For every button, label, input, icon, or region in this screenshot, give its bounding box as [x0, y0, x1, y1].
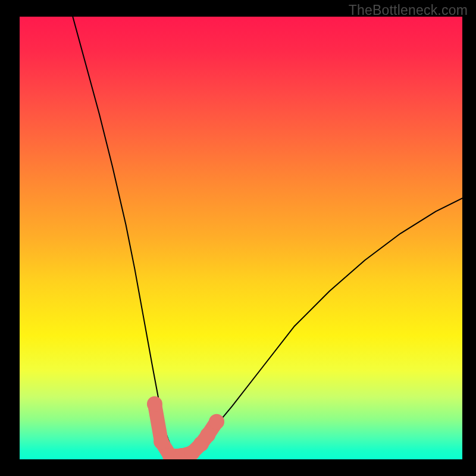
- chart-frame: TheBottleneck.com: [0, 0, 476, 476]
- marker-dot: [200, 427, 215, 443]
- marker-dot: [154, 434, 169, 449]
- marker-layer: [147, 396, 224, 459]
- marker-dot: [209, 414, 224, 430]
- chart-svg: [20, 17, 462, 459]
- curve-layer: [73, 17, 462, 457]
- plot-area: [20, 17, 462, 459]
- marker-dot: [147, 396, 162, 412]
- bottleneck-curve: [73, 17, 462, 457]
- watermark-text: TheBottleneck.com: [349, 2, 468, 18]
